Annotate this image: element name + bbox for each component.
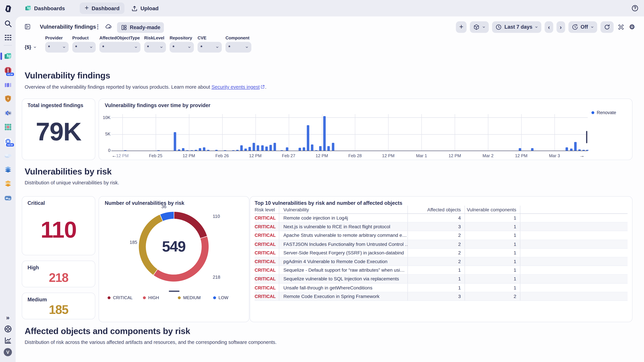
timeseries-bar[interactable]: [570, 148, 572, 150]
donut-scrollbar[interactable]: [169, 291, 180, 292]
ready-made-badge[interactable]: Ready-made: [117, 22, 164, 33]
sidebar-item-layers[interactable]: [3, 179, 12, 188]
scroll-right-arrow-icon[interactable]: →: [580, 153, 584, 158]
timeseries-bar[interactable]: [302, 147, 305, 151]
col-header-affected-objects[interactable]: Affected objects: [408, 206, 465, 214]
variables-menu[interactable]: {$}: [25, 42, 36, 53]
sidebar-item-tracing[interactable]: [3, 108, 12, 117]
more-options-icon[interactable]: ⋮: [95, 23, 100, 30]
timeseries-bar[interactable]: [531, 148, 534, 151]
timeseries-bar[interactable]: [215, 150, 218, 151]
brand-logo-icon[interactable]: [3, 4, 12, 13]
timeseries-bar[interactable]: [199, 148, 201, 151]
timeseries-bar[interactable]: [311, 144, 314, 151]
timeseries-bar[interactable]: [248, 147, 251, 151]
table-row[interactable]: CRITICALSequelize vulnerable to SQL Inje…: [254, 275, 628, 283]
apps-grid-icon[interactable]: [3, 33, 12, 42]
sidebar-item-security[interactable]: [3, 94, 12, 103]
col-header-vulnerable-components[interactable]: Vulnerable components: [465, 206, 520, 214]
upload-button[interactable]: Upload: [131, 5, 158, 12]
table-row[interactable]: CRITICALUnsafe fall-through in getWhereC…: [254, 283, 628, 292]
filter-dropdown-cve[interactable]: *: [198, 42, 222, 53]
timeseries-bar[interactable]: [323, 116, 326, 150]
timeseries-bar[interactable]: [253, 143, 255, 151]
top10-table-card[interactable]: Top 10 vulnerabilities by risk and numbe…: [250, 196, 632, 322]
timeseries-bar[interactable]: [566, 147, 568, 151]
timeseries-bar[interactable]: [265, 147, 268, 151]
fullscreen-button[interactable]: [617, 21, 625, 33]
timeseries-bar[interactable]: [190, 150, 193, 151]
sidebar-item-launchpads[interactable]: [3, 80, 12, 89]
critical-card[interactable]: Critical 110: [22, 196, 95, 255]
sidebar-item-clouds[interactable]: [3, 151, 12, 160]
timeseries-bar[interactable]: [274, 143, 276, 151]
timeseries-legend[interactable]: Renovate: [592, 110, 616, 115]
medium-card[interactable]: Medium 185: [22, 293, 95, 319]
donut-legend-item-critical[interactable]: CRITICAL: [108, 295, 133, 300]
table-row[interactable]: CRITICALServer-Side Request Forgery (SSR…: [254, 249, 628, 257]
timeseries-bar[interactable]: [203, 147, 206, 151]
sidebar-item-dashboards[interactable]: [3, 52, 12, 61]
table-row[interactable]: CRITICALpgAdmin 4 Vulnerable to Remote C…: [254, 257, 628, 266]
cloud-sync-icon[interactable]: [105, 23, 112, 30]
timeseries-bar[interactable]: [586, 150, 588, 151]
timeseries-bar[interactable]: [319, 146, 322, 151]
timeseries-bar[interactable]: [174, 132, 176, 151]
table-header-row[interactable]: Risk level Vulnerability Affected object…: [254, 206, 628, 214]
timeseries-bar[interactable]: [280, 150, 283, 151]
filter-dropdown-component[interactable]: *: [226, 42, 252, 53]
filter-dropdown-product[interactable]: *: [72, 42, 96, 53]
timeseries-bar[interactable]: [582, 150, 585, 151]
timeseries-bar[interactable]: [518, 148, 521, 151]
sidebar-item-containers[interactable]: [3, 193, 12, 202]
user-avatar[interactable]: V: [4, 348, 12, 356]
auto-refresh-selector[interactable]: Off: [568, 21, 597, 33]
table-row[interactable]: CRITICALApache Struts vulnerable to remo…: [254, 231, 628, 240]
timeseries-plot[interactable]: 12 PMFeb 2512 PMFeb 2612 PMFeb 2712 PMFe…: [111, 114, 588, 151]
donut-legend-item-low[interactable]: LOW: [213, 295, 228, 300]
table-row[interactable]: CRITICALFASTJSON Includes Functionality …: [254, 240, 628, 249]
timeseries-card[interactable]: Vulnerability findings over time by prov…: [98, 98, 632, 160]
sidebar-item-problems[interactable]: NEW: [3, 66, 12, 75]
table-row[interactable]: CRITICALSequelize - Default support for …: [254, 266, 628, 275]
filter-dropdown-provider[interactable]: *: [45, 42, 68, 53]
filter-dropdown-affectedobjecttype[interactable]: *: [100, 42, 140, 53]
timeseries-bar[interactable]: [332, 143, 334, 151]
scroll-left-arrow-icon[interactable]: ←: [112, 153, 116, 158]
filter-dropdown-risklevel[interactable]: *: [144, 42, 166, 53]
timeframe-back-button[interactable]: ‹: [545, 21, 553, 33]
timeframe-forward-button[interactable]: ›: [556, 21, 565, 33]
timeseries-bar[interactable]: [257, 145, 260, 151]
timeseries-bar[interactable]: [307, 125, 309, 151]
sidebar-item-infrastructure[interactable]: [3, 122, 12, 132]
table-row[interactable]: CRITICALNext.js is vulnerable to RCE in …: [254, 223, 628, 231]
timeframe-selector[interactable]: Last 7 days: [492, 21, 541, 33]
dashboard-title[interactable]: Vulnerability findings: [40, 24, 96, 30]
timeseries-bar[interactable]: [574, 142, 576, 151]
sidebar-item-storage[interactable]: [3, 165, 12, 174]
settings-button[interactable]: ⚙: [628, 21, 636, 33]
timeseries-bar[interactable]: [182, 148, 185, 151]
search-icon[interactable]: [3, 19, 12, 28]
timeseries-bar[interactable]: [269, 145, 272, 151]
timeseries-bar[interactable]: [124, 150, 126, 151]
timeseries-bar[interactable]: [286, 147, 288, 151]
timeseries-bar[interactable]: [261, 145, 264, 151]
expand-sidebar-icon[interactable]: »: [3, 313, 12, 322]
total-ingested-findings-card[interactable]: Total ingested findings 79K: [22, 98, 95, 160]
donut-legend-item-high[interactable]: HIGH: [143, 295, 159, 300]
timeseries-bar[interactable]: [315, 150, 318, 151]
timeseries-bar[interactable]: [178, 149, 180, 150]
timeseries-bar[interactable]: [244, 148, 247, 150]
timeline-handle[interactable]: [586, 131, 587, 143]
donut-chart[interactable]: 549: [139, 212, 209, 282]
help-icon[interactable]: [631, 4, 639, 12]
segments-button[interactable]: [470, 21, 489, 33]
support-lifebuoy-icon[interactable]: [3, 324, 12, 333]
table-row[interactable]: CRITICALRemote code injection in Log4j41: [254, 214, 628, 223]
tab-dashboard[interactable]: + Dashboard: [80, 2, 124, 14]
timeseries-bar[interactable]: [232, 150, 234, 151]
timeseries-bar[interactable]: [194, 150, 197, 151]
donut-legend-item-medium[interactable]: MEDIUM: [178, 295, 200, 300]
donut-card[interactable]: Number of vulnerabilities by risk 549 36…: [98, 196, 250, 322]
